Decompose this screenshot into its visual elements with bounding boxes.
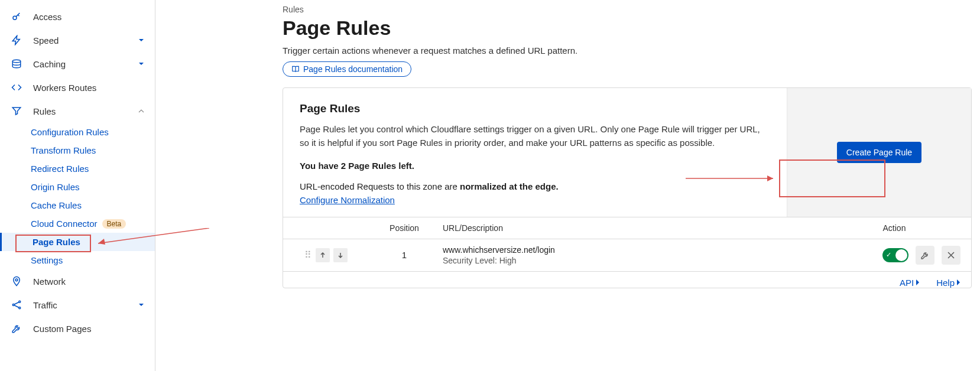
table-header: Position URL/Description Action	[283, 217, 971, 239]
sidebar-item-workers-routes[interactable]: Workers Routes	[0, 76, 155, 99]
sidebar-item-access[interactable]: Access	[0, 5, 155, 28]
sidebar-item-caching[interactable]: Caching	[0, 52, 155, 76]
move-up-button[interactable]	[316, 248, 330, 262]
book-icon	[291, 65, 300, 73]
sidebar-subitem-label: Configuration Rules	[31, 127, 109, 137]
sidebar-subitem-cloud-connector[interactable]: Cloud Connector Beta	[31, 214, 155, 233]
card-description: Page Rules let you control which Cloudfl…	[300, 122, 770, 150]
api-link-label: API	[900, 278, 914, 288]
chevron-right-icon	[956, 279, 960, 286]
sidebar-subitem-transform-rules[interactable]: Transform Rules	[31, 141, 155, 160]
column-url: URL/Description	[437, 223, 817, 233]
row-url: www.whichserversize.net/login	[443, 245, 817, 255]
table-row: ⠿ 1 www.whichserversize.net/login Securi…	[283, 239, 971, 272]
row-position: 1	[372, 250, 437, 260]
sidebar-item-label: Rules	[33, 106, 56, 116]
page-rules-card: Page Rules Page Rules let you control wh…	[283, 87, 972, 288]
normalization-prefix: URL-encoded Requests to this zone are	[300, 181, 460, 191]
documentation-link[interactable]: Page Rules documentation	[283, 61, 411, 77]
remaining-rules-text: You have 2 Page Rules left.	[300, 161, 770, 171]
normalization-text: URL-encoded Requests to this zone are no…	[300, 181, 770, 191]
configure-normalization-link[interactable]: Configure Normalization	[300, 195, 395, 205]
create-page-rule-button[interactable]: Create Page Rule	[837, 142, 921, 163]
chevron-up-icon	[138, 108, 144, 114]
sidebar-subitem-label: Page Rules	[33, 237, 80, 247]
sidebar-item-label: Speed	[33, 35, 59, 45]
edit-rule-button[interactable]	[916, 246, 934, 265]
svg-point-5	[19, 307, 21, 309]
sidebar: Access Speed Caching Workers Route	[0, 0, 155, 371]
wrench-icon	[11, 323, 22, 334]
sidebar-subitem-label: Origin Rules	[31, 182, 80, 192]
svg-point-2	[15, 279, 18, 281]
row-description: Security Level: High	[443, 256, 817, 265]
api-link[interactable]: API	[900, 278, 920, 288]
funnel-icon	[11, 105, 22, 117]
sidebar-item-label: Network	[33, 276, 66, 287]
sidebar-item-label: Workers Routes	[33, 83, 96, 93]
sidebar-subitem-label: Transform Rules	[31, 145, 96, 155]
card-footer: API Help	[283, 272, 971, 288]
column-position: Position	[372, 223, 437, 233]
sidebar-item-network[interactable]: Network	[0, 269, 155, 293]
sidebar-subitem-label: Settings	[31, 255, 63, 265]
beta-badge: Beta	[102, 219, 126, 229]
sidebar-subitem-label: Cloud Connector	[31, 219, 98, 229]
chevron-down-icon	[138, 61, 144, 67]
layers-icon	[11, 58, 22, 70]
key-icon	[11, 11, 22, 22]
sidebar-subitem-page-rules[interactable]: Page Rules	[0, 233, 155, 251]
svg-point-1	[12, 60, 21, 63]
page-subtitle: Trigger certain actions whenever a reque…	[283, 45, 972, 56]
card-heading: Page Rules	[300, 102, 770, 115]
sidebar-item-label: Access	[33, 12, 61, 22]
sidebar-item-rules[interactable]: Rules	[0, 99, 155, 123]
delete-rule-button[interactable]	[942, 246, 960, 265]
rules-submenu: Configuration Rules Transform Rules Redi…	[0, 123, 155, 269]
help-link[interactable]: Help	[936, 278, 960, 288]
sidebar-item-label: Caching	[33, 59, 66, 69]
sidebar-subitem-label: Redirect Rules	[31, 164, 89, 174]
chevron-down-icon	[138, 37, 144, 43]
breadcrumb: Rules	[283, 5, 972, 14]
documentation-link-label: Page Rules documentation	[303, 64, 403, 74]
drag-handle-icon[interactable]: ⠿	[304, 252, 312, 258]
toggle-knob	[895, 249, 907, 261]
pin-icon	[11, 275, 22, 287]
normalization-bold: normalized at the edge.	[460, 181, 559, 191]
svg-point-4	[19, 301, 21, 302]
chevron-right-icon	[915, 279, 920, 286]
move-down-button[interactable]	[333, 248, 348, 262]
sidebar-item-label: Traffic	[33, 300, 57, 310]
sidebar-item-label: Custom Pages	[33, 324, 91, 334]
sidebar-subitem-cache-rules[interactable]: Cache Rules	[31, 196, 155, 214]
check-icon: ✓	[886, 251, 891, 259]
code-icon	[11, 82, 22, 93]
sidebar-subitem-redirect-rules[interactable]: Redirect Rules	[31, 160, 155, 178]
chevron-down-icon	[138, 302, 144, 308]
share-icon	[11, 299, 22, 311]
sidebar-item-traffic[interactable]: Traffic	[0, 293, 155, 317]
svg-point-3	[12, 304, 14, 306]
help-link-label: Help	[936, 278, 955, 288]
main-content: Rules Page Rules Trigger certain actions…	[155, 0, 980, 371]
bolt-icon	[11, 34, 22, 46]
sidebar-item-speed[interactable]: Speed	[0, 28, 155, 52]
sidebar-subitem-origin-rules[interactable]: Origin Rules	[31, 178, 155, 196]
sidebar-subitem-label: Cache Rules	[31, 200, 82, 210]
rule-enabled-toggle[interactable]: ✓	[882, 248, 908, 262]
sidebar-subitem-configuration-rules[interactable]: Configuration Rules	[31, 123, 155, 141]
sidebar-item-custom-pages[interactable]: Custom Pages	[0, 317, 155, 340]
sidebar-subitem-settings[interactable]: Settings	[31, 251, 155, 269]
page-title: Page Rules	[283, 17, 972, 40]
column-action: Action	[817, 223, 971, 233]
